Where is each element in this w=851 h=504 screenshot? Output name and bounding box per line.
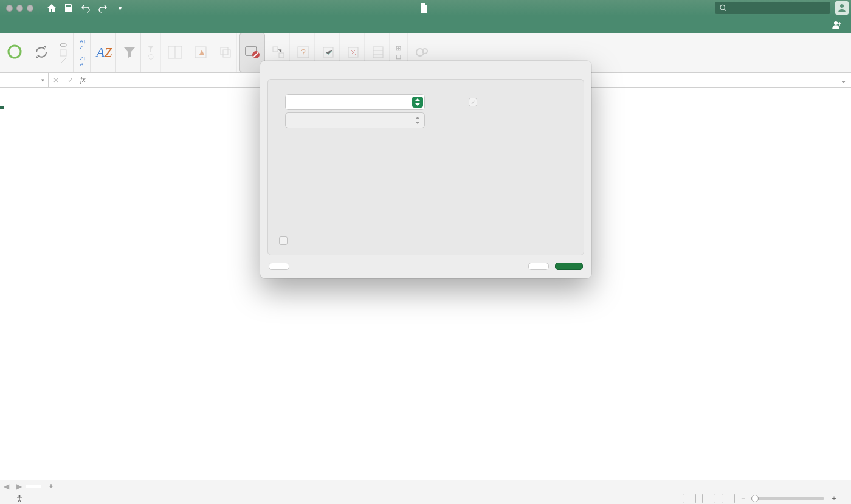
undo-icon[interactable] [81, 3, 91, 13]
sort-group[interactable]: AZ [93, 33, 117, 72]
menu-bar [0, 16, 851, 33]
data-dropdown [285, 112, 425, 128]
filter-icon [122, 44, 137, 61]
expand-formula-bar-icon[interactable]: ⌄ [836, 76, 851, 85]
dropdown-arrow-icon [412, 115, 423, 126]
redo-icon[interactable] [98, 3, 108, 13]
svg-point-0 [720, 5, 725, 9]
svg-point-2 [840, 4, 844, 8]
remove-duplicates-group[interactable] [215, 33, 237, 72]
group-icon [321, 44, 336, 61]
ok-button[interactable] [555, 263, 583, 270]
connections-group [56, 33, 74, 72]
filter-group[interactable] [119, 33, 141, 72]
quick-access-toolbar: ▾ [40, 3, 125, 13]
dropdown-arrow-icon [412, 97, 423, 108]
sort-az-group[interactable]: A↓Z Z↓A [76, 33, 91, 72]
sort-desc-icon[interactable]: Z↓A [80, 53, 86, 70]
consolidate-icon [271, 44, 286, 61]
svg-rect-16 [279, 53, 284, 58]
normal-view-icon[interactable] [683, 494, 696, 503]
refresh-all-group[interactable] [30, 33, 53, 72]
analysis-tools-icon [414, 44, 430, 61]
clear-filter-button [147, 45, 157, 52]
clear-icon [147, 45, 154, 52]
clear-all-button[interactable] [269, 263, 289, 270]
properties-icon [60, 49, 67, 57]
svg-point-28 [19, 495, 21, 497]
fx-icon[interactable]: fx [78, 75, 88, 85]
link-icon [60, 41, 67, 49]
search-icon [720, 4, 726, 12]
user-avatar-icon[interactable] [835, 1, 849, 15]
zoom-out-button[interactable]: − [741, 494, 745, 503]
cancel-formula-icon[interactable]: ✕ [49, 73, 63, 87]
hide-detail-button: ⊟ [396, 53, 404, 61]
page-layout-view-icon[interactable] [702, 494, 715, 503]
sheet-tab[interactable] [26, 485, 41, 488]
page-break-view-icon[interactable] [722, 494, 735, 503]
checkbox-icon [279, 236, 288, 245]
svg-line-1 [724, 9, 726, 11]
text-to-columns-icon [167, 44, 183, 61]
search-sheet-input[interactable] [726, 3, 825, 13]
svg-rect-11 [223, 50, 230, 57]
queries-connections-button[interactable] [60, 41, 69, 49]
ignore-blank-checkbox: ✓ [469, 98, 481, 106]
selection-border [0, 106, 2, 108]
selection-handle[interactable] [0, 106, 4, 109]
get-data-group[interactable] [2, 33, 27, 72]
edit-links-icon [60, 57, 67, 64]
sheet-tab-bar: ◀ ▶ ＋ [0, 480, 851, 492]
reapply-icon [147, 53, 154, 60]
zoom-window-icon[interactable] [27, 5, 33, 12]
properties-button [60, 49, 69, 57]
home-icon[interactable] [47, 3, 57, 13]
svg-rect-10 [221, 47, 228, 55]
reapply-filter-button [147, 53, 157, 60]
qat-more-icon[interactable]: ▾ [115, 3, 125, 13]
add-sheet-button[interactable]: ＋ [41, 481, 61, 491]
minimize-window-icon[interactable] [16, 5, 23, 12]
document-icon [419, 3, 428, 13]
edit-links-button [60, 57, 69, 64]
svg-text:?: ? [301, 47, 306, 57]
sheet-nav-prev-icon[interactable]: ◀ [0, 482, 13, 491]
apply-all-checkbox [279, 236, 291, 245]
refresh-icon [33, 44, 49, 61]
accessibility-icon [16, 495, 23, 502]
dialog-title [260, 61, 591, 72]
data-validation-dialog: ✓ [260, 61, 591, 278]
share-button[interactable] [832, 19, 845, 29]
window-controls [0, 5, 40, 12]
cancel-button[interactable] [528, 263, 549, 270]
svg-point-3 [834, 21, 838, 25]
dialog-panel: ✓ [267, 79, 584, 255]
accessibility-status[interactable] [16, 495, 26, 502]
zoom-in-button[interactable]: ＋ [830, 493, 838, 503]
confirm-formula-icon[interactable]: ✓ [63, 73, 78, 87]
share-icon [832, 19, 842, 29]
data-validation-icon [244, 44, 261, 61]
text-to-columns-group[interactable] [164, 33, 187, 72]
sort-icon: AZ [97, 44, 112, 61]
save-icon[interactable] [64, 3, 74, 13]
flash-fill-group[interactable] [190, 33, 212, 72]
name-box[interactable] [0, 73, 49, 87]
filter-options-group [143, 33, 161, 72]
sheet-nav-next-icon[interactable]: ▶ [13, 482, 26, 491]
svg-rect-15 [273, 47, 278, 52]
allow-dropdown[interactable] [285, 94, 425, 110]
close-window-icon[interactable] [6, 5, 13, 12]
show-detail-button: ⊞ [396, 44, 404, 52]
remove-duplicates-icon [218, 44, 233, 61]
subtotal-icon [371, 44, 385, 61]
flash-fill-icon [193, 44, 208, 61]
minus-icon: ⊟ [396, 53, 401, 61]
get-data-icon [6, 44, 23, 61]
sort-asc-icon[interactable]: A↓Z [80, 36, 86, 53]
zoom-slider[interactable] [751, 497, 824, 500]
search-sheet-box[interactable] [715, 2, 830, 14]
ungroup-icon [346, 44, 360, 61]
svg-rect-5 [60, 44, 66, 46]
